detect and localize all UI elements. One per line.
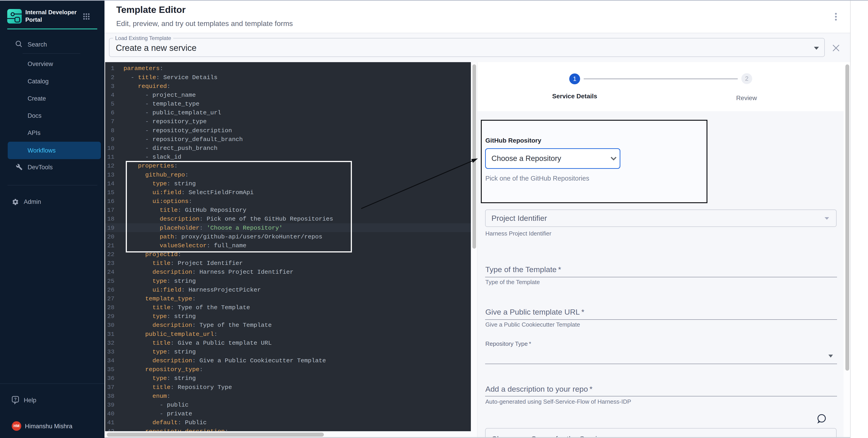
svg-text:?: ? bbox=[14, 397, 17, 402]
